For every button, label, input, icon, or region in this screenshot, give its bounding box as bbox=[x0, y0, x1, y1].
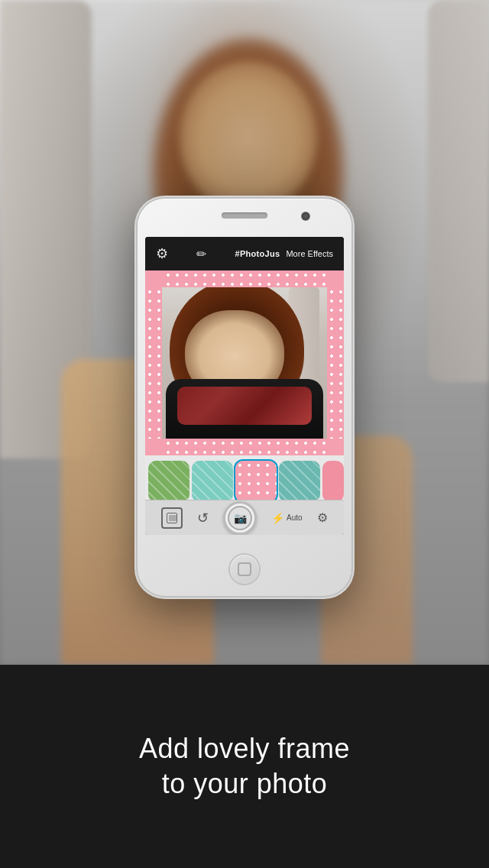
flip-camera-icon[interactable]: ↺ bbox=[197, 510, 209, 526]
home-button-inner bbox=[238, 562, 251, 576]
flash-auto-button[interactable]: ⚡ Auto bbox=[271, 512, 303, 524]
phone-speaker bbox=[222, 212, 267, 219]
effect-thumb-38[interactable] bbox=[192, 461, 233, 502]
frame-corner-tr bbox=[327, 270, 344, 287]
phone-screen: ⚙ ✏ #PhotoJus More Effects bbox=[145, 237, 344, 535]
caption-line1: Add lovely frame bbox=[139, 733, 350, 765]
phone-device: ⚙ ✏ #PhotoJus More Effects bbox=[138, 199, 351, 596]
more-effects-button[interactable]: More Effects bbox=[286, 249, 333, 258]
frame-bottom bbox=[145, 439, 344, 455]
caption-line2: to your photo bbox=[162, 768, 328, 800]
caption-area: Add lovely frame to your photo bbox=[0, 665, 489, 868]
home-button[interactable] bbox=[230, 555, 259, 584]
settings-icon[interactable]: ⚙ bbox=[156, 245, 168, 262]
camera-bar: ↺ 📷 ⚡ Auto ⚙ bbox=[145, 500, 344, 535]
flash-icon: ⚡ bbox=[271, 512, 284, 524]
effect-thumb-40[interactable] bbox=[279, 461, 320, 502]
effect-thumb-37[interactable] bbox=[148, 461, 189, 502]
frame-corner-bl bbox=[145, 439, 162, 455]
inner-photo bbox=[162, 287, 327, 439]
phone-front-camera bbox=[302, 212, 309, 220]
photo-area bbox=[145, 270, 344, 455]
auto-label: Auto bbox=[287, 513, 303, 522]
frame-corner-tl bbox=[145, 270, 162, 287]
effect-thumb-39[interactable] bbox=[235, 461, 277, 502]
frame-right bbox=[327, 287, 344, 439]
hashtag-label: #PhotoJus bbox=[235, 249, 280, 258]
bg-face bbox=[180, 61, 317, 214]
app-toolbar: ⚙ ✏ #PhotoJus More Effects bbox=[145, 237, 344, 270]
frame-top bbox=[145, 270, 344, 287]
gallery-button[interactable] bbox=[161, 507, 183, 529]
effects-strip: Effect 37 Effect 38 Effect 39 Effect 40 … bbox=[145, 455, 344, 535]
frame-left bbox=[145, 287, 162, 439]
shutter-button[interactable]: 📷 bbox=[223, 501, 257, 535]
edit-icon[interactable]: ✏ bbox=[196, 247, 206, 261]
photo-person-scarf bbox=[177, 387, 312, 425]
camera-settings-icon[interactable]: ⚙ bbox=[317, 510, 328, 525]
bg-tree-right bbox=[428, 0, 489, 382]
effect-thumb-41[interactable] bbox=[322, 461, 344, 502]
effects-row bbox=[145, 458, 344, 504]
frame-corner-br bbox=[327, 439, 344, 455]
